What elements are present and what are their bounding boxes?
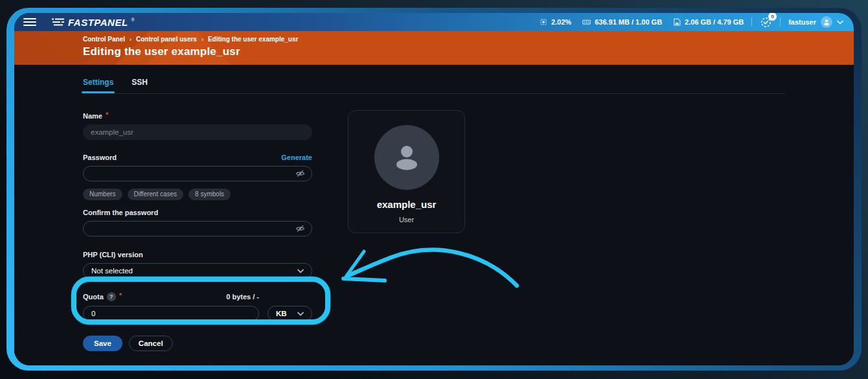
navbar-separator xyxy=(751,17,752,27)
password-label: Password xyxy=(83,154,117,161)
quota-help-icon[interactable]: ? xyxy=(107,292,116,301)
breadcrumb-separator: › xyxy=(201,36,203,43)
breadcrumb-current: Editing the user example_usr xyxy=(208,36,299,43)
user-edit-form: Name * Password Generate xyxy=(83,112,312,351)
app-window: FASTPANEL ® 2.02% xyxy=(14,13,854,365)
confirm-password-input-wrap xyxy=(83,221,312,236)
password-field-group: Password Generate xyxy=(83,154,312,200)
chevron-down-icon xyxy=(837,20,843,25)
password-hints: Numbers Different cases 8 symbols xyxy=(83,189,312,200)
chevron-down-icon xyxy=(297,312,304,316)
generate-password-link[interactable]: Generate xyxy=(281,154,312,161)
password-input[interactable] xyxy=(91,167,295,181)
cpu-icon xyxy=(539,17,548,27)
confirm-password-group: Confirm the password xyxy=(83,209,312,236)
breadcrumb-control-panel[interactable]: Control Panel xyxy=(83,36,125,43)
user-card-role: User xyxy=(399,216,414,224)
memory-stat: 636.91 MB / 1.00 GB xyxy=(582,17,662,27)
hint-symbols: 8 symbols xyxy=(188,189,231,200)
main-content: Settings SSH Name * Password xyxy=(14,65,854,365)
disk-icon xyxy=(672,17,681,27)
username-label: fastuser xyxy=(788,18,816,26)
menu-icon[interactable] xyxy=(23,18,36,26)
breadcrumb-separator: › xyxy=(130,36,131,43)
confirm-password-label: Confirm the password xyxy=(83,209,312,216)
user-menu[interactable]: fastuser xyxy=(788,16,843,28)
php-version-group: PHP (CLI) version Not selected xyxy=(83,251,312,279)
hint-numbers: Numbers xyxy=(83,189,122,200)
cpu-value: 2.02% xyxy=(551,18,571,26)
confirm-password-input[interactable] xyxy=(91,222,295,236)
page-header: Control Panel › Control panel users › Ed… xyxy=(14,31,854,65)
window-frame: FASTPANEL ® 2.02% xyxy=(6,8,862,371)
tab-settings[interactable]: Settings xyxy=(83,78,113,93)
tab-divider xyxy=(83,93,785,94)
password-input-wrap xyxy=(83,166,312,181)
disk-value: 2.06 GB / 4.79 GB xyxy=(685,18,744,26)
registered-mark: ® xyxy=(131,17,135,22)
php-version-select[interactable]: Not selected xyxy=(83,263,312,279)
brand-logo[interactable]: FASTPANEL ® xyxy=(52,17,135,28)
name-input[interactable] xyxy=(83,124,312,140)
required-mark: * xyxy=(119,292,122,299)
desktop-background: FASTPANEL ® 2.02% xyxy=(0,0,868,379)
memory-value: 636.91 MB / 1.00 GB xyxy=(595,18,662,26)
page-title: Editing the user example_usr xyxy=(83,45,854,58)
eye-off-icon[interactable] xyxy=(295,170,305,178)
fastpanel-logo-icon xyxy=(52,17,65,27)
quota-input[interactable] xyxy=(83,306,259,321)
name-field-group: Name * xyxy=(83,112,312,140)
user-avatar-icon xyxy=(821,16,832,28)
user-card-name: example_usr xyxy=(377,199,437,210)
cancel-button[interactable]: Cancel xyxy=(129,336,173,351)
breadcrumb-control-panel-users[interactable]: Control panel users xyxy=(136,36,197,43)
tab-bar: Settings SSH xyxy=(83,78,854,93)
quota-unit-value: KB xyxy=(276,310,287,317)
breadcrumb: Control Panel › Control panel users › Ed… xyxy=(83,36,854,43)
name-label: Name xyxy=(83,112,102,120)
tasks-count-badge: 0 xyxy=(768,13,777,21)
quota-unit-select[interactable]: KB xyxy=(268,306,312,321)
tab-ssh[interactable]: SSH xyxy=(131,78,148,93)
hint-cases: Different cases xyxy=(128,189,184,200)
user-card: example_usr User xyxy=(348,110,465,233)
eye-off-icon[interactable] xyxy=(295,225,305,233)
person-icon xyxy=(389,139,425,176)
ram-icon xyxy=(582,17,591,27)
quota-group: Quota ? * 0 bytes / - KB xyxy=(83,292,312,321)
brand-name: FASTPANEL xyxy=(68,17,128,28)
cpu-stat: 2.02% xyxy=(539,17,571,27)
disk-stat: 2.06 GB / 4.79 GB xyxy=(672,17,744,27)
quota-label: Quota xyxy=(83,293,104,301)
php-version-label: PHP (CLI) version xyxy=(83,251,312,258)
form-buttons: Save Cancel xyxy=(83,336,312,351)
tasks-button[interactable]: 0 xyxy=(760,16,772,29)
php-version-value: Not selected xyxy=(91,267,133,275)
top-navbar: FASTPANEL ® 2.02% xyxy=(14,13,854,31)
quota-usage-label: 0 bytes / - xyxy=(226,293,259,301)
navbar-separator xyxy=(780,17,781,27)
save-button[interactable]: Save xyxy=(83,336,122,351)
chevron-down-icon xyxy=(297,269,304,273)
required-mark: * xyxy=(106,111,108,119)
user-card-avatar xyxy=(374,125,439,190)
